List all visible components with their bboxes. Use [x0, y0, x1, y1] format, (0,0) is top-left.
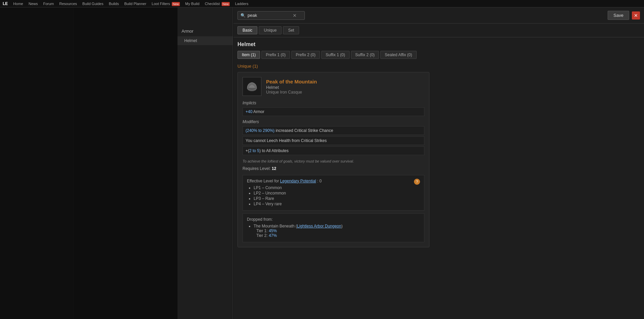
lp-heading-suffix: : 0	[317, 179, 322, 183]
modifier-prefix-2: +(	[246, 148, 249, 153]
dropped-list: The Mountain Beneath (Lightless Arbor Du…	[247, 224, 420, 238]
checklist-badge: New	[222, 2, 230, 6]
svg-rect-1	[248, 88, 256, 89]
lp-section: Effective Level for Legendary Potential …	[243, 175, 424, 211]
dropped-tier1-value: 45%	[269, 228, 277, 233]
modifier-row-1: You cannot Leech Health from Critical St…	[243, 136, 424, 145]
search-input-wrapper[interactable]: 🔍 ✕	[237, 11, 305, 20]
search-row: 🔍 ✕ Save ✕	[233, 7, 644, 24]
tab-basic[interactable]: Basic	[237, 26, 257, 34]
dropped-tier2-value: 47%	[269, 233, 277, 238]
save-button[interactable]: Save	[608, 11, 629, 20]
nav-forum[interactable]: Forum	[43, 2, 54, 6]
nav-ladders[interactable]: Ladders	[235, 2, 249, 6]
helmet-icon-svg	[245, 79, 259, 94]
nav-news[interactable]: News	[29, 2, 38, 6]
dropped-tier1-label: Tier 1:	[256, 228, 268, 233]
dropped-tier2-label: Tier 2:	[256, 233, 268, 238]
dropped-heading: Dropped from:	[247, 217, 420, 222]
modifier-suffix-2: ) to All Attributes	[259, 148, 289, 153]
item-search-modal: 🔍 ✕ Save ✕ Basic Unique Set Helmet Item …	[233, 7, 644, 319]
modifier-row-2: +(2 to 5) to All Attributes	[243, 146, 424, 155]
dropped-location: The Mountain Beneath	[254, 224, 294, 228]
modifier-text-1: You cannot Leech Health from Critical St…	[246, 138, 327, 143]
requires-level: Requires Level: 12	[243, 166, 424, 171]
item-card: Peak of the Mountain Helmet Unique Iron …	[237, 72, 429, 247]
close-button[interactable]: ✕	[632, 11, 640, 20]
lp-heading-link[interactable]: Legendary Potential	[280, 179, 316, 183]
modifiers-label: Modifiers	[243, 119, 424, 124]
item-type: Helmet	[266, 85, 317, 90]
section-heading: Helmet	[237, 41, 640, 47]
sub-tab-suffix1[interactable]: Suffix 1 (0)	[321, 51, 350, 59]
modifier-text-0: increased Critical Strike Chance	[276, 128, 333, 133]
sidebar-item-armor[interactable]: Armor	[178, 26, 233, 36]
top-nav: LE Home News Forum Resources Build Guide…	[0, 0, 644, 7]
sub-tab-sealed-affix[interactable]: Sealed Affix (0)	[380, 51, 416, 59]
nav-my-build[interactable]: My Build	[185, 2, 199, 6]
nav-resources[interactable]: Resources	[59, 2, 77, 6]
lp-item-0: LP1 – Common	[254, 185, 420, 190]
nav-home[interactable]: Home	[13, 2, 23, 6]
modifier-range-0: (240% to 290%)	[246, 128, 275, 133]
nav-logo: LE	[3, 1, 8, 6]
dropped-dungeon-link[interactable]: Lightless Arbor Dungeon	[297, 224, 341, 228]
item-icon	[243, 77, 261, 96]
lp-item-3: LP4 – Very rare	[254, 202, 420, 206]
lp-heading-prefix: Effective Level for	[247, 179, 280, 183]
implicit-value: +40	[246, 109, 252, 114]
search-clear-icon[interactable]: ✕	[293, 13, 297, 18]
implicit-name: Armor	[253, 109, 264, 114]
nav-checklist[interactable]: Checklist New	[205, 2, 230, 6]
modifier-range-2: 2 to 5	[249, 148, 259, 153]
lp-heading: Effective Level for Legendary Potential …	[247, 179, 420, 183]
type-tabs: Basic Unique Set	[233, 24, 644, 37]
lp-question-mark[interactable]: ?	[414, 179, 420, 185]
sub-tab-prefix1[interactable]: Prefix 1 (0)	[261, 51, 290, 59]
dropped-item-0: The Mountain Beneath (Lightless Arbor Du…	[254, 224, 420, 238]
sidebar-item-helmet[interactable]: Helmet	[178, 36, 233, 45]
requires-level-value: 12	[272, 166, 276, 171]
modal-sidebar: Armor Helmet	[178, 7, 233, 319]
item-name: Peak of the Mountain	[266, 79, 317, 84]
nav-loot-filters[interactable]: Loot Filters New	[152, 2, 180, 6]
flavor-text: To achieve the loftiest of goals, victor…	[243, 158, 424, 164]
nav-build-guides[interactable]: Build Guides	[83, 2, 103, 6]
sub-tab-prefix2[interactable]: Prefix 2 (0)	[291, 51, 320, 59]
item-subtype: Unique Iron Casque	[266, 90, 317, 95]
search-icon: 🔍	[240, 13, 246, 18]
tab-unique[interactable]: Unique	[259, 26, 282, 34]
requires-level-label: Requires Level:	[243, 166, 270, 171]
sub-tab-suffix2[interactable]: Suffix 2 (0)	[351, 51, 379, 59]
loot-filters-badge: New	[172, 2, 180, 6]
search-input[interactable]	[248, 13, 291, 18]
lp-list: LP1 – Common LP2 – Uncommon LP3 – Rare L…	[247, 185, 420, 206]
modal-content[interactable]: Helmet Item (1) Prefix 1 (0) Prefix 2 (0…	[233, 37, 644, 319]
sub-tabs: Item (1) Prefix 1 (0) Prefix 2 (0) Suffi…	[237, 51, 640, 59]
implicts-label: Implicts	[243, 101, 424, 105]
implicit-stat-row: +40 Armor	[243, 107, 424, 116]
lp-item-2: LP3 – Rare	[254, 196, 420, 201]
dropped-section: Dropped from: The Mountain Beneath (Ligh…	[243, 213, 424, 242]
item-name-block: Peak of the Mountain Helmet Unique Iron …	[266, 77, 317, 96]
lp-item-1: LP2 – Uncommon	[254, 191, 420, 196]
modifier-row-0: (240% to 290%) increased Critical Strike…	[243, 126, 424, 135]
item-header: Peak of the Mountain Helmet Unique Iron …	[243, 77, 424, 96]
tab-set[interactable]: Set	[283, 26, 299, 34]
unique-count-label: Unique (1)	[237, 64, 640, 69]
nav-build-planner[interactable]: Build Planner	[124, 2, 146, 6]
sub-tab-item[interactable]: Item (1)	[237, 51, 260, 59]
nav-builds[interactable]: Builds	[109, 2, 119, 6]
